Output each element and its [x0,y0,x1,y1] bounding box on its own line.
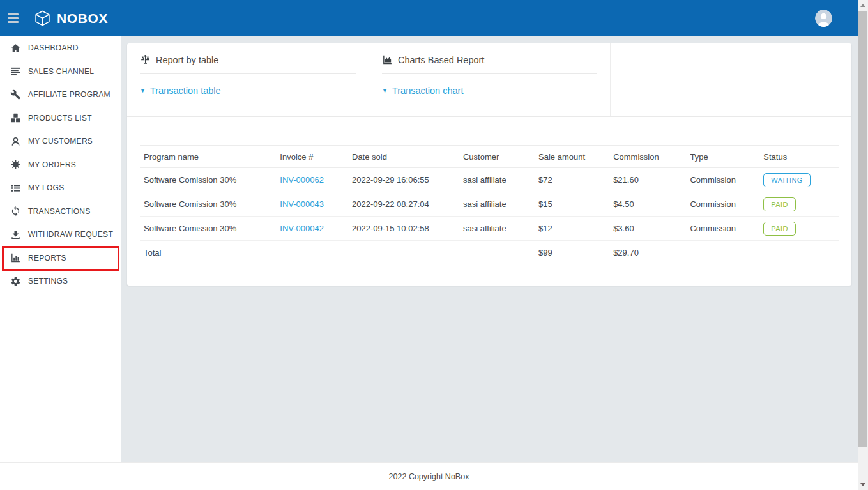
report-panels-row: Report by table▼Transaction tableCharts … [127,43,851,117]
cell-customer: sasi affiliate [459,192,535,217]
cell-customer: sasi affiliate [459,217,535,241]
content-area: Report by table▼Transaction tableCharts … [121,36,858,462]
sidebar-item-label: DASHBOARD [28,43,79,52]
panel-link-text: Transaction chart [392,86,463,96]
cell-invoice: INV-000043 [276,192,348,217]
cell-date-sold: 2022-09-29 16:06:55 [348,168,459,192]
total-sale-amount: $99 [535,241,609,265]
column-header-date-sold: Date sold [348,146,459,168]
sidebar-item-reports[interactable]: REPORTS [0,247,121,270]
scroll-down-arrow-icon[interactable] [858,479,868,490]
total-empty-cell [759,241,839,265]
cell-date-sold: 2022-09-15 10:02:58 [348,217,459,241]
scroll-up-arrow-icon[interactable] [858,0,868,11]
list-icon [10,182,21,194]
user-avatar-icon[interactable] [815,10,832,27]
cell-type: Commission [686,192,759,217]
cell-program-name: Software Comission 30% [140,192,276,217]
sidebar-item-settings[interactable]: SETTINGS [0,270,121,293]
cell-program-name: Software Comission 30% [140,217,276,241]
total-empty-cell [459,241,535,265]
column-header-sale-amount: Sale amount [535,146,609,168]
report-panel-charts-based-report: Charts Based Report▼Transaction chart [369,43,610,116]
home-icon [10,42,21,54]
transactions-table-wrap: Program nameInvoice #Date soldCustomerSa… [140,145,839,265]
brand-title: NOBOX [57,11,108,26]
sidebar-item-label: TRANSACTIONS [28,207,91,216]
page-scrollbar[interactable] [858,0,868,490]
transaction-chart-link[interactable]: ▼Transaction chart [382,86,463,96]
sidebar-item-label: AFFILIATE PROGRAM [28,90,110,99]
cell-invoice: INV-000042 [276,217,348,241]
sidebar-item-label: REPORTS [28,254,66,263]
total-label: Total [140,241,276,265]
invoice-link[interactable]: INV-000043 [280,199,324,209]
cell-sale-amount: $12 [535,217,609,241]
sidebar-item-products-list[interactable]: PRODUCTS LIST [0,107,121,130]
sidebar-item-label: PRODUCTS LIST [28,114,92,123]
cell-commission: $4.50 [609,192,686,217]
cell-date-sold: 2022-09-22 08:27:04 [348,192,459,217]
status-badge-waiting: WAITING [763,173,810,187]
cell-commission: $3.60 [609,217,686,241]
sidebar-item-transactions[interactable]: TRANSACTIONS [0,200,121,224]
column-header-commission: Commission [609,146,686,168]
report-panel-empty [610,43,851,116]
cell-type: Commission [686,168,759,192]
invoice-link[interactable]: INV-000062 [280,175,324,185]
reports-card: Report by table▼Transaction tableCharts … [127,43,851,286]
panel-link-text: Transaction table [150,86,221,96]
transaction-table-link[interactable]: ▼Transaction table [140,86,221,96]
sidebar-item-label: MY ORDERS [28,160,76,169]
sidebar-menu: DASHBOARDSALES CHANNELAFFILIATE PROGRAMP… [0,36,121,293]
table-row: Software Comission 30%INV-0000422022-09-… [140,217,839,241]
panel-title: Report by table [140,54,356,65]
menu-toggle-button[interactable] [8,13,20,23]
cell-status: WAITING [759,168,839,192]
status-badge-paid: PAID [763,197,795,211]
gear-icon [10,275,21,287]
cell-commission: $21.60 [609,168,686,192]
panel-title-text: Charts Based Report [398,55,484,65]
cell-status: PAID [759,192,839,217]
cell-invoice: INV-000062 [276,168,348,192]
download-icon [10,229,21,240]
sidebar-item-my-orders[interactable]: MY ORDERS [0,153,121,177]
sidebar-item-affiliate-program[interactable]: AFFILIATE PROGRAM [0,83,121,107]
scales-icon [140,54,151,65]
table-header-row: Program nameInvoice #Date soldCustomerSa… [140,146,839,168]
column-header-status: Status [759,146,839,168]
area-chart-icon [382,54,393,65]
wrench-icon [10,89,21,100]
sidebar-item-sales-channel[interactable]: SALES CHANNEL [0,60,121,84]
cell-sale-amount: $15 [535,192,609,217]
column-header-customer: Customer [459,146,535,168]
panel-divider [140,73,356,74]
scrollbar-thumb[interactable] [858,11,867,447]
total-empty-cell [348,241,459,265]
sidebar-item-my-logs[interactable]: MY LOGS [0,176,121,200]
cell-sale-amount: $72 [535,168,609,192]
table-row: Software Comission 30%INV-0000622022-09-… [140,168,839,192]
cell-status: PAID [759,217,839,241]
orders-gear-icon [10,159,21,171]
nobox-brand[interactable]: NOBOX [34,10,108,27]
panel-title-text: Report by table [156,55,218,65]
app-header: NOBOX [0,0,858,36]
total-commission: $29.70 [609,241,686,265]
invoice-link[interactable]: INV-000042 [280,224,324,233]
sync-icon [10,206,21,217]
panel-title: Charts Based Report [382,54,597,65]
sidebar-item-my-customers[interactable]: MY CUSTOMERS [0,130,121,153]
sidebar-item-label: MY CUSTOMERS [28,137,93,146]
transactions-table: Program nameInvoice #Date soldCustomerSa… [140,145,839,265]
channel-lines-icon [10,66,21,77]
column-header-type: Type [686,146,759,168]
sidebar-item-dashboard[interactable]: DASHBOARD [0,36,121,60]
bar-chart-icon [10,252,21,264]
sidebar-item-withdraw-request[interactable]: WITHDRAW REQUEST [0,223,121,247]
sidebar-item-label: SALES CHANNEL [28,67,94,76]
table-total-row: Total$99$29.70 [140,241,839,265]
cell-program-name: Software Comission 30% [140,168,276,192]
table-row: Software Comission 30%INV-0000432022-09-… [140,192,839,217]
